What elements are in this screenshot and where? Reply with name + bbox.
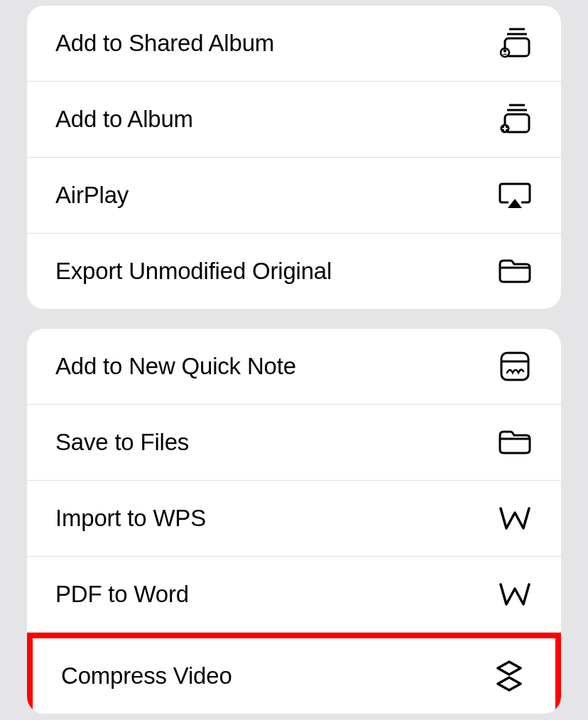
export-unmodified-original-button[interactable]: Export Unmodified Original xyxy=(27,234,561,309)
menu-item-label: Compress Video xyxy=(61,662,232,689)
add-to-album-button[interactable]: Add to Album xyxy=(27,82,561,158)
folder-icon xyxy=(497,253,533,289)
action-group-2: Add to New Quick Note Save to Files Impo… xyxy=(27,329,561,714)
folder-icon xyxy=(497,425,533,460)
menu-item-label: Save to Files xyxy=(55,429,189,456)
action-group-1: Add to Shared Album Add to Album xyxy=(27,6,561,309)
menu-item-label: Add to New Quick Note xyxy=(55,353,296,380)
airplay-icon xyxy=(497,178,533,213)
wps-icon xyxy=(497,577,533,612)
menu-item-label: AirPlay xyxy=(55,182,129,209)
save-to-files-button[interactable]: Save to Files xyxy=(27,405,561,481)
menu-item-label: PDF to Word xyxy=(55,581,189,608)
airplay-button[interactable]: AirPlay xyxy=(27,158,561,234)
compress-video-button[interactable]: Compress Video xyxy=(27,633,561,714)
import-to-wps-button[interactable]: Import to WPS xyxy=(27,481,561,557)
album-shared-icon xyxy=(497,26,533,61)
wps-icon xyxy=(497,501,533,536)
add-to-shared-album-button[interactable]: Add to Shared Album xyxy=(27,6,561,82)
add-to-new-quick-note-button[interactable]: Add to New Quick Note xyxy=(27,329,561,405)
album-add-icon xyxy=(497,102,533,137)
pdf-to-word-button[interactable]: PDF to Word xyxy=(27,557,561,633)
svg-point-4 xyxy=(503,49,506,52)
menu-item-label: Add to Shared Album xyxy=(55,30,274,57)
svg-rect-12 xyxy=(501,353,528,380)
quick-note-icon xyxy=(497,349,533,384)
menu-item-label: Import to WPS xyxy=(55,505,206,532)
menu-item-label: Add to Album xyxy=(55,106,193,133)
menu-item-label: Export Unmodified Original xyxy=(55,258,332,285)
compress-icon xyxy=(491,658,527,694)
